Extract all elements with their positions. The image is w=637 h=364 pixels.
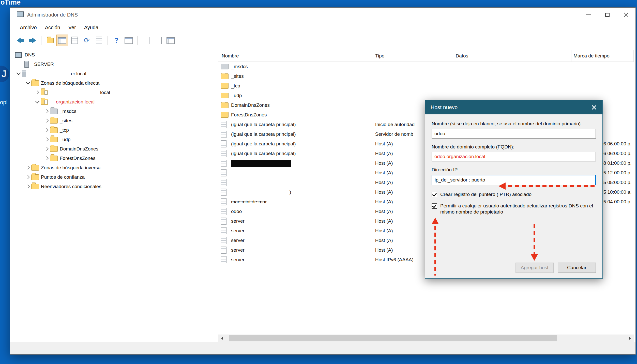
menu-ver[interactable]: Ver: [64, 23, 80, 32]
tree-item-label: Zonas de búsqueda directa: [41, 80, 99, 86]
chevron-right-icon[interactable]: [24, 166, 31, 169]
chevron-right-icon[interactable]: [34, 91, 41, 94]
zone-icon: [41, 90, 50, 95]
row-name-cell: server: [218, 247, 371, 254]
tree-item-puntos-de-confianza[interactable]: Puntos de confianza: [13, 172, 215, 182]
scroll-left-button[interactable]: [218, 335, 226, 342]
ptr-checkbox[interactable]: [432, 192, 437, 197]
record-icon: [221, 140, 229, 147]
tree-item-udp[interactable]: _udp: [13, 135, 215, 144]
minimize-button[interactable]: [579, 8, 598, 22]
forward-icon[interactable]: [27, 35, 38, 46]
console-window-icon[interactable]: [123, 35, 134, 46]
tree-item-zonas-de-b-squeda-inversa[interactable]: Zonas de búsqueda inversa: [13, 163, 215, 172]
tree-item-dns[interactable]: DNS: [13, 50, 215, 59]
maximize-button[interactable]: [598, 8, 617, 22]
folder-icon: [31, 80, 40, 86]
chevron-down-icon[interactable]: [24, 82, 31, 84]
properties-icon[interactable]: [69, 35, 80, 46]
back-icon[interactable]: [14, 35, 26, 46]
row-name-cell: DomainDnsZones: [218, 102, 371, 108]
column-header-marca-de-tiempo[interactable]: Marca de tiempo: [571, 50, 634, 62]
menu-acci-n[interactable]: Acción: [41, 23, 64, 32]
scrollbar-thumb[interactable]: [229, 335, 557, 341]
tree-item-zonas-de-b-squeda-directa[interactable]: Zonas de búsqueda directa: [13, 78, 215, 88]
ip-address-input[interactable]: ip_del_servidor : puerto: [432, 175, 596, 185]
redaction-block: [50, 89, 100, 96]
menu-archivo[interactable]: Archivo: [16, 23, 41, 32]
chevron-right-icon[interactable]: [24, 185, 31, 188]
tree-item-sites[interactable]: _sites: [13, 116, 215, 125]
row-name-cell: server: [218, 227, 371, 234]
annotation-dashed-line-vertical-right: [534, 224, 535, 254]
menu-ayuda[interactable]: Ayuda: [80, 23, 102, 32]
column-header-tipo[interactable]: Tipo: [371, 50, 450, 62]
record-icon: [221, 189, 229, 196]
fqdn-label: Nombre de dominio completo (FQDN):: [432, 144, 596, 150]
row-name-label: ): [290, 189, 291, 195]
tree-item-server[interactable]: SERVER: [13, 59, 215, 69]
close-button[interactable]: [617, 8, 635, 22]
new-host-dialog: Host nuevo Nombre (si se deja en blanco,…: [425, 100, 603, 279]
column-header-nombre[interactable]: Nombre: [218, 50, 371, 62]
zone-icon: [41, 99, 50, 105]
row-name-label: server: [231, 228, 245, 234]
zone-folder-icon: [221, 64, 229, 69]
tree-item-reenviadores-condicionales[interactable]: Reenviadores condicionales: [13, 182, 215, 191]
chevron-right-icon[interactable]: [24, 176, 31, 178]
tree-item-msdcs[interactable]: _msdcs: [13, 107, 215, 116]
row-name-cell: odoo: [218, 208, 371, 215]
dialog-close-button[interactable]: [586, 100, 602, 114]
auth-update-checkbox-label: Permitir a cualquier usuario autenticado…: [440, 203, 596, 215]
row-name-cell: (igual que la carpeta principal): [218, 121, 371, 128]
help-icon[interactable]: ?: [111, 35, 122, 46]
show-hide-tree-icon[interactable]: [56, 35, 68, 46]
tree-item-tcp[interactable]: _tcp: [13, 125, 215, 135]
chevron-right-icon[interactable]: [43, 129, 50, 131]
list-row-udp[interactable]: _udp: [218, 91, 634, 100]
chevron-right-icon[interactable]: [43, 119, 50, 122]
scroll-right-button[interactable]: [626, 335, 634, 342]
server-list-icon[interactable]: [140, 35, 152, 46]
row-name-cell: server: [218, 256, 371, 263]
row-name-label: mac mini de mar: [231, 199, 267, 205]
record-icon: [221, 150, 229, 157]
tree-item-forestdnszones[interactable]: ForestDnsZones: [13, 154, 215, 163]
row-name-label: _sites: [231, 73, 244, 79]
column-header-datos[interactable]: Datos: [450, 50, 572, 62]
new-window-icon[interactable]: [165, 35, 176, 46]
row-name-label: server: [231, 218, 245, 224]
record-list-icon[interactable]: [153, 35, 164, 46]
tree-item-local[interactable]: local: [13, 88, 215, 97]
add-host-button[interactable]: Agregar host: [515, 263, 554, 273]
tree-item-er-local[interactable]: er.local: [13, 69, 215, 78]
tree-item-organizacion-local[interactable]: organizacion.local: [13, 97, 215, 107]
ptr-checkbox-row[interactable]: Crear registro del puntero ( PTR) asocia…: [432, 191, 596, 198]
horizontal-scrollbar[interactable]: [218, 335, 634, 342]
refresh-icon[interactable]: ⟳: [81, 35, 93, 46]
desktop-app-logo[interactable]: J: [0, 66, 9, 82]
row-name-label: server: [231, 257, 245, 263]
up-level-icon[interactable]: [44, 35, 56, 46]
dialog-title-bar: Host nuevo: [425, 100, 602, 114]
row-name-label: (igual que la carpeta principal): [231, 122, 296, 127]
host-name-input[interactable]: odoo: [432, 129, 596, 139]
tree-item-domaindnszones[interactable]: DomainDnsZones: [13, 144, 215, 154]
chevron-right-icon[interactable]: [43, 138, 50, 141]
chevron-down-icon[interactable]: [15, 73, 22, 74]
record-icon: [221, 256, 229, 263]
chevron-right-icon[interactable]: [43, 147, 50, 150]
tree-item-label: DomainDnsZones: [60, 146, 98, 152]
scroll-right-icon: [629, 337, 631, 340]
chevron-right-icon[interactable]: [43, 110, 50, 113]
row-name-cell: (igual que la carpeta principal): [218, 131, 371, 138]
export-list-icon[interactable]: [93, 35, 105, 46]
auth-update-checkbox-row[interactable]: Permitir a cualquier usuario autenticado…: [432, 203, 596, 215]
list-row-tcp[interactable]: _tcp: [218, 81, 634, 91]
cancel-button[interactable]: Cancelar: [558, 263, 596, 273]
list-row-sites[interactable]: _sites: [218, 71, 634, 81]
auth-update-checkbox[interactable]: [432, 203, 437, 209]
list-row-msdcs[interactable]: _msdcs: [218, 62, 634, 71]
chevron-right-icon[interactable]: [43, 157, 50, 160]
chevron-down-icon[interactable]: [34, 101, 41, 103]
